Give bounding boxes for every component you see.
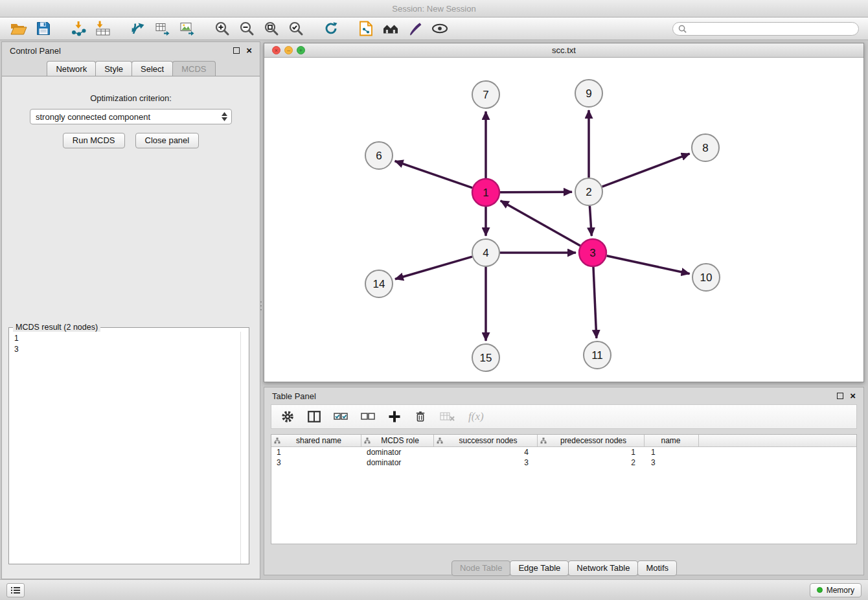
- cell-name[interactable]: 1: [645, 448, 699, 457]
- add-column-button[interactable]: [388, 410, 401, 423]
- export-table-button[interactable]: [153, 19, 172, 38]
- memory-status-icon: [817, 587, 823, 593]
- zoom-fit-button[interactable]: [262, 19, 281, 38]
- control-panel-header: Control Panel ×: [2, 42, 260, 59]
- delete-table-icon: [440, 411, 455, 422]
- graph-node-9[interactable]: 9: [575, 80, 602, 107]
- tab-style[interactable]: Style: [95, 61, 132, 76]
- network-canvas[interactable]: 7968124314101511: [264, 58, 863, 382]
- graph-node-11[interactable]: 11: [584, 341, 611, 369]
- column-header-predecessor-nodes[interactable]: predecessor nodes: [538, 435, 645, 446]
- cell-successor-nodes[interactable]: 3: [434, 458, 538, 467]
- open-session-button[interactable]: [9, 19, 29, 38]
- zoom-out-button[interactable]: [237, 19, 257, 38]
- mcds-result-item[interactable]: 1: [14, 333, 249, 344]
- graph-edge-3-11[interactable]: [593, 267, 597, 338]
- close-panel-icon[interactable]: ×: [246, 47, 252, 54]
- zoom-in-button[interactable]: [212, 19, 232, 38]
- refresh-icon: [323, 21, 339, 36]
- show-hide-button[interactable]: [430, 19, 450, 38]
- tab-select[interactable]: Select: [131, 61, 173, 76]
- mcds-result-list[interactable]: 1 3: [9, 332, 249, 355]
- column-header-successor-nodes[interactable]: successor nodes: [434, 435, 538, 446]
- cell-predecessor-nodes[interactable]: 1: [538, 448, 645, 457]
- memory-button[interactable]: Memory: [810, 583, 862, 597]
- graph-node-3[interactable]: 3: [579, 239, 606, 266]
- graph-edge-1-2[interactable]: [500, 192, 572, 192]
- home-layout-button[interactable]: [381, 19, 400, 38]
- cell-mcds-role[interactable]: dominator: [361, 448, 434, 457]
- delete-table-button: [440, 411, 455, 422]
- tab-edge-table[interactable]: Edge Table: [510, 560, 569, 576]
- mcds-result-item[interactable]: 3: [14, 344, 249, 355]
- graph-node-6[interactable]: 6: [365, 142, 393, 169]
- tab-motifs[interactable]: Motifs: [637, 560, 677, 576]
- graph-node-15[interactable]: 15: [472, 344, 499, 371]
- cell-successor-nodes[interactable]: 4: [434, 448, 538, 457]
- attribute-icon: [437, 437, 443, 444]
- select-all-columns-button[interactable]: [334, 411, 348, 422]
- run-mcds-button[interactable]: Run MCDS: [63, 133, 125, 148]
- search-box[interactable]: [672, 22, 859, 36]
- graph-node-8[interactable]: 8: [692, 134, 719, 161]
- graph-node-4[interactable]: 4: [472, 239, 499, 266]
- column-header-name[interactable]: name: [645, 435, 699, 446]
- import-network-button[interactable]: [69, 19, 88, 38]
- close-panel-button[interactable]: Close panel: [135, 133, 200, 148]
- refresh-view-button[interactable]: [321, 19, 341, 38]
- deselect-all-columns-button[interactable]: [361, 411, 375, 422]
- table-row[interactable]: 1 dominator 4 1 1: [271, 447, 856, 457]
- node-table: shared name MCDS role successor nodes pr…: [271, 434, 857, 544]
- panel-splitter-handle[interactable]: [259, 295, 263, 317]
- network-document-button[interactable]: [356, 19, 376, 38]
- tab-network-table[interactable]: Network Table: [568, 560, 638, 576]
- column-header-mcds-role[interactable]: MCDS role: [361, 435, 434, 446]
- float-panel-icon[interactable]: [233, 47, 240, 54]
- graph-edge-3-1[interactable]: [501, 201, 580, 246]
- tab-node-table[interactable]: Node Table: [451, 560, 511, 576]
- zoom-selected-button[interactable]: [286, 19, 306, 38]
- cell-shared-name[interactable]: 1: [271, 448, 361, 457]
- table-settings-button[interactable]: [280, 410, 295, 424]
- graph-edge-2-3[interactable]: [589, 206, 591, 236]
- graph-node-7[interactable]: 7: [472, 81, 499, 108]
- cell-mcds-role[interactable]: dominator: [361, 458, 434, 467]
- folder-open-icon: [10, 21, 27, 36]
- save-icon: [36, 21, 51, 36]
- graph-node-10[interactable]: 10: [692, 264, 720, 291]
- cell-predecessor-nodes[interactable]: 2: [538, 458, 645, 467]
- annotation-button[interactable]: [405, 19, 425, 38]
- export-network-button[interactable]: [128, 19, 148, 38]
- graph-edge-2-8[interactable]: [602, 154, 690, 187]
- criterion-select[interactable]: strongly connected component: [30, 109, 232, 124]
- table-header-row: shared name MCDS role successor nodes pr…: [271, 435, 856, 447]
- svg-text:7: 7: [483, 89, 488, 101]
- graph-node-1[interactable]: 1: [472, 179, 499, 206]
- float-table-panel-icon[interactable]: [837, 393, 843, 399]
- graph-edge-1-6[interactable]: [395, 161, 473, 187]
- cell-shared-name[interactable]: 3: [271, 458, 361, 467]
- show-columns-button[interactable]: [308, 411, 321, 422]
- graph-edge-3-10[interactable]: [606, 256, 689, 274]
- result-scrollbar[interactable]: [240, 332, 249, 564]
- cell-name[interactable]: 3: [645, 458, 699, 467]
- import-table-button[interactable]: [93, 19, 113, 38]
- tab-mcds[interactable]: MCDS: [172, 61, 215, 76]
- graph-node-2[interactable]: 2: [575, 178, 602, 205]
- graph-node-14[interactable]: 14: [365, 270, 393, 297]
- list-icon: [11, 586, 20, 594]
- export-image-button[interactable]: [177, 19, 197, 38]
- svg-text:3: 3: [589, 247, 595, 259]
- table-row[interactable]: 3 dominator 3 2 3: [271, 457, 856, 468]
- panel-toggle-button[interactable]: [6, 583, 25, 597]
- table-toolbar: f(x): [271, 404, 857, 429]
- zoom-out-icon: [239, 21, 255, 36]
- delete-column-button[interactable]: [414, 410, 427, 424]
- graph-edge-4-14[interactable]: [395, 257, 472, 279]
- save-session-button[interactable]: [34, 19, 53, 38]
- close-table-panel-icon[interactable]: ×: [850, 392, 856, 400]
- search-input[interactable]: [687, 24, 853, 34]
- column-header-shared-name[interactable]: shared name: [271, 435, 361, 446]
- zoom-in-icon: [214, 21, 230, 36]
- tab-network[interactable]: Network: [47, 61, 96, 76]
